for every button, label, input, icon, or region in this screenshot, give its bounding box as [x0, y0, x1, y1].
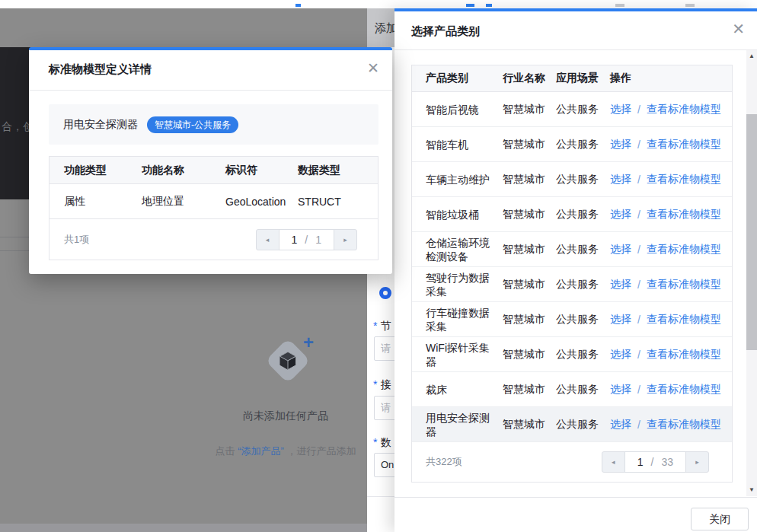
current-page: 1: [637, 456, 644, 468]
view-standard-model-link[interactable]: 查看标准物模型: [647, 278, 721, 291]
cell-scene: 公共服务: [556, 418, 610, 432]
cell-industry: 智慧城市: [503, 313, 556, 327]
view-standard-model-link[interactable]: 查看标准物模型: [647, 138, 721, 151]
action-divider: /: [637, 139, 640, 151]
select-link[interactable]: 选择: [610, 138, 631, 151]
drawer-title: 选择产品类别: [411, 11, 480, 50]
cell-identifier: GeoLocation: [225, 196, 298, 208]
view-standard-model-link[interactable]: 查看标准物模型: [647, 418, 721, 432]
add-product-drawer-body-sliver: *节 请 *接 请 *数 On: [367, 274, 394, 532]
col-header-function-type: 功能类型: [50, 164, 142, 177]
table-row: 仓储运输环境检测设备 智慧城市 公共服务 选择 / 查看标准物模型: [412, 232, 732, 267]
cube-icon: [277, 350, 299, 371]
action-divider: /: [637, 209, 640, 221]
cell-industry: 智慧城市: [503, 383, 556, 397]
cell-actions: 选择 / 查看标准物模型: [610, 243, 732, 256]
clipped-mark: [685, 4, 695, 7]
category-table: 产品类别 行业名称 应用场景 操作 智能后视镜 智慧城市 公共服务 选择 / 查…: [411, 65, 733, 483]
col-header-function-name: 功能名称: [142, 164, 225, 177]
table-row: WiFi探针采集器 智慧城市 公共服务 选择 / 查看标准物模型: [412, 337, 732, 372]
function-table: 功能类型 功能名称 标识符 数据类型 属性 地理位置 GeoLocation S…: [49, 156, 378, 260]
select-link[interactable]: 选择: [610, 208, 631, 221]
view-standard-model-link[interactable]: 查看标准物模型: [647, 103, 721, 116]
action-divider: /: [637, 174, 640, 186]
empty-state-hint: 点击 “添加产品” ，进行产品添加: [164, 444, 367, 458]
select-link[interactable]: 选择: [610, 103, 631, 116]
select-link[interactable]: 选择: [610, 313, 631, 327]
top-clipped-strip: [0, 0, 757, 8]
gateway-protocol-input[interactable]: 请: [374, 396, 394, 420]
cell-actions: 选择 / 查看标准物模型: [610, 173, 732, 186]
pagination: ◂ 1 / 1 ▸: [256, 229, 357, 250]
table-row: 智能车机 智慧城市 公共服务 选择 / 查看标准物模型: [412, 127, 732, 162]
category-badge: 智慧城市-公共服务: [147, 116, 238, 133]
view-standard-model-link[interactable]: 查看标准物模型: [647, 383, 721, 397]
table-row: 智能垃圾桶 智慧城市 公共服务 选择 / 查看标准物模型: [412, 197, 732, 232]
action-divider: /: [637, 104, 640, 116]
prev-page-button[interactable]: ◂: [602, 452, 624, 472]
cell-actions: 选择 / 查看标准物模型: [610, 383, 732, 397]
view-standard-model-link[interactable]: 查看标准物模型: [647, 313, 721, 327]
cell-industry: 智慧城市: [503, 208, 556, 221]
view-standard-model-link[interactable]: 查看标准物模型: [647, 173, 721, 186]
action-divider: /: [637, 314, 640, 326]
scroll-down-arrow[interactable]: ▼: [746, 486, 757, 495]
action-divider: /: [637, 244, 640, 256]
hint-suffix: ，进行产品添加: [284, 445, 356, 457]
scrollbar-thumb[interactable]: [746, 114, 757, 350]
cell-function-name: 地理位置: [142, 195, 225, 209]
cell-category-name: 智能车机: [412, 138, 503, 151]
scroll-up-arrow[interactable]: ▲: [746, 52, 757, 61]
next-page-button[interactable]: ▸: [334, 230, 356, 250]
cell-industry: 智慧城市: [503, 103, 556, 116]
next-page-button[interactable]: ▸: [686, 452, 708, 472]
select-link[interactable]: 选择: [610, 278, 631, 291]
view-standard-model-link[interactable]: 查看标准物模型: [647, 243, 721, 256]
view-standard-model-link[interactable]: 查看标准物模型: [647, 208, 721, 221]
modal-header-divider: [29, 90, 392, 91]
data-format-input[interactable]: On: [374, 453, 394, 477]
table-row: 裁床 智慧城市 公共服务 选择 / 查看标准物模型: [412, 372, 732, 407]
add-product-link-dimmed: “添加产品”: [238, 445, 284, 457]
cell-category-name: 仓储运输环境检测设备: [412, 236, 503, 263]
form-label-gateway-protocol: *接: [373, 378, 391, 392]
clipped-mark: [295, 4, 301, 7]
select-link[interactable]: 选择: [610, 348, 631, 362]
radio-selected[interactable]: [379, 287, 391, 299]
cell-scene: 公共服务: [556, 383, 610, 397]
cell-data-type: STRUCT: [298, 196, 378, 208]
cell-scene: 公共服务: [556, 348, 610, 362]
cell-actions: 选择 / 查看标准物模型: [610, 278, 732, 291]
clipped-mark: [486, 4, 492, 7]
cell-category-name: 智能垃圾桶: [412, 208, 503, 221]
select-link[interactable]: 选择: [610, 418, 631, 432]
select-link[interactable]: 选择: [610, 243, 631, 256]
prev-page-button[interactable]: ◂: [257, 230, 279, 250]
product-info-panel: 用电安全探测器 智慧城市-公共服务: [49, 104, 378, 145]
select-category-drawer: 选择产品类别 ✕ 产品类别 行业名称 应用场景 操作 智能后视镜 智慧城市 公共…: [394, 8, 757, 532]
close-button[interactable]: 关闭: [691, 508, 749, 530]
cell-scene: 公共服务: [556, 103, 610, 116]
select-link[interactable]: 选择: [610, 383, 631, 397]
cell-category-name: 行车碰撞数据采集: [412, 306, 503, 333]
close-icon[interactable]: ✕: [732, 21, 745, 37]
screen: 合，创 + 尚未添加任何产品 点击 “添加产品” ，进行产品添加 添加 *节 请…: [0, 0, 757, 532]
cell-scene: 公共服务: [556, 243, 610, 256]
node-type-input[interactable]: 请: [374, 336, 394, 361]
total-pages: 33: [661, 456, 673, 468]
table-row: 行车碰撞数据采集 智慧城市 公共服务 选择 / 查看标准物模型: [412, 302, 732, 337]
cell-actions: 选择 / 查看标准物模型: [610, 418, 732, 432]
view-standard-model-link[interactable]: 查看标准物模型: [647, 348, 721, 362]
dimmed-top-nav: [0, 8, 367, 47]
drawer-footer: 关闭: [394, 497, 757, 532]
cell-industry: 智慧城市: [503, 348, 556, 362]
close-icon[interactable]: ✕: [367, 61, 379, 75]
cell-scene: 公共服务: [556, 313, 610, 327]
select-link[interactable]: 选择: [610, 173, 631, 186]
col-header-industry: 行业名称: [503, 72, 556, 85]
function-table-header: 功能类型 功能名称 标识符 数据类型: [50, 157, 378, 184]
drawer-scrollbar[interactable]: ▲ ▼: [746, 50, 757, 496]
table-row: 用电安全探测器 智慧城市 公共服务 选择 / 查看标准物模型: [412, 407, 732, 442]
action-divider: /: [637, 419, 640, 431]
category-table-footer: 共322项 ◂ 1 / 33 ▸: [412, 442, 732, 482]
